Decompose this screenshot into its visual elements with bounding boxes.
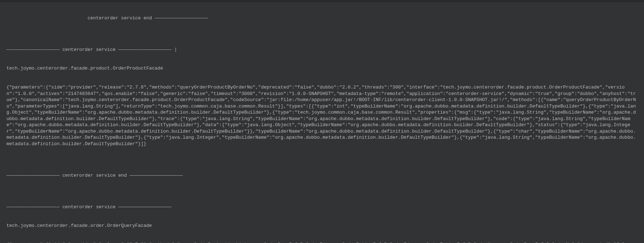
log-line: {"parameters":{"side":"provider","releas… [6,84,638,147]
log-line: tech.joymo.centerorder.facade.product.Or… [6,65,638,72]
log-line: centerorder service end ————————————————… [6,15,638,22]
log-line: {"parameters":{"side":"provider","releas… [6,242,638,243]
log-line: ——————————————————— centerorder service … [6,47,638,53]
console-output[interactable]: centerorder service end ————————————————… [0,1,644,243]
log-line: ——————————————————— centerorder service … [6,172,638,179]
log-line: ——————————————————— centerorder service … [6,204,638,210]
log-line: tech.joymo.centerorder.facade.order.Orde… [6,223,638,229]
